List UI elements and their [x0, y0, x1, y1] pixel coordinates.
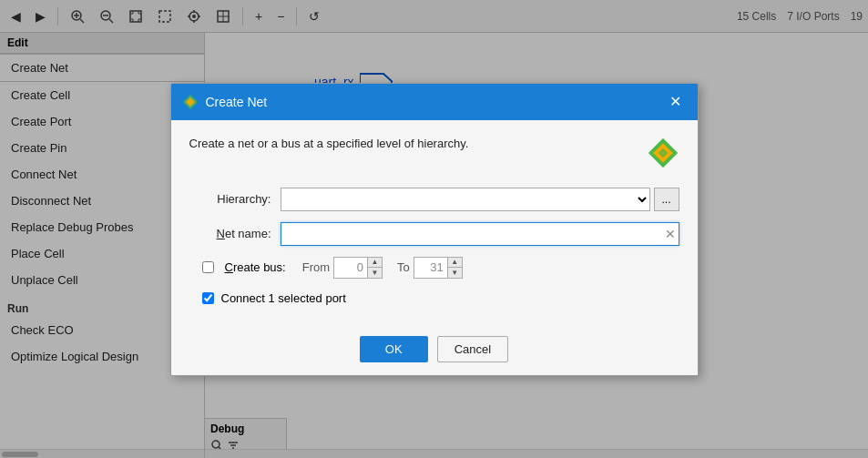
modal-logo-icon — [182, 94, 199, 110]
hierarchy-control-group: ... — [281, 188, 679, 211]
from-spinbox[interactable]: 0 ▲ ▼ — [333, 257, 383, 279]
create-bus-row: Create bus: From 0 ▲ ▼ To 31 — [189, 257, 679, 279]
from-spin-up[interactable]: ▲ — [368, 258, 382, 269]
connect-port-checkbox[interactable] — [202, 292, 214, 304]
from-label: From — [302, 260, 330, 274]
from-spin-down[interactable]: ▼ — [368, 268, 382, 278]
modal-overlay: Create Net ✕ Create a net or a bus at a … — [0, 0, 868, 458]
hierarchy-row: Hierarchy: ... — [189, 188, 679, 211]
ok-button[interactable]: OK — [360, 336, 428, 362]
cancel-button[interactable]: Cancel — [437, 336, 508, 362]
net-name-label: Net name: — [189, 227, 281, 240]
to-spinbox[interactable]: 31 ▲ ▼ — [414, 257, 463, 279]
create-bus-checkbox[interactable] — [202, 261, 214, 273]
modal-close-button[interactable]: ✕ — [665, 91, 687, 113]
modal-description-row: Create a net or a bus at a specified lev… — [189, 137, 679, 169]
bus-to-group: To 31 ▲ ▼ — [397, 257, 463, 279]
connect-port-row: Connect 1 selected port — [189, 291, 679, 305]
hierarchy-label: Hierarchy: — [189, 192, 281, 206]
vivado-logo-icon — [647, 137, 679, 169]
net-name-clear-button[interactable]: ✕ — [665, 228, 676, 240]
modal-header: Create Net ✕ — [171, 84, 698, 120]
connect-port-label[interactable]: Connect 1 selected port — [221, 291, 346, 305]
net-name-input-wrapper: ✕ — [281, 222, 679, 246]
from-spin-arrows: ▲ ▼ — [367, 258, 382, 278]
hierarchy-ellipsis-button[interactable]: ... — [654, 188, 679, 211]
modal-title: Create Net — [206, 95, 268, 109]
create-net-dialog: Create Net ✕ Create a net or a bus at a … — [170, 83, 699, 376]
bus-from-group: From 0 ▲ ▼ — [302, 257, 383, 279]
net-name-label-text: Net name: — [217, 227, 271, 240]
to-label: To — [397, 260, 410, 274]
to-spin-arrows: ▲ ▼ — [447, 258, 462, 278]
net-name-row: Net name: ✕ — [189, 222, 679, 246]
net-name-input[interactable] — [281, 222, 679, 246]
modal-footer: OK Cancel — [171, 327, 698, 375]
to-spin-down[interactable]: ▼ — [448, 268, 462, 278]
hierarchy-select[interactable] — [281, 188, 650, 211]
create-bus-label[interactable]: Create bus: — [225, 260, 286, 274]
to-spin-up[interactable]: ▲ — [448, 258, 462, 269]
net-name-control-group: ✕ — [281, 222, 679, 246]
modal-header-left: Create Net — [182, 94, 268, 110]
modal-body: Create a net or a bus at a specified lev… — [171, 120, 698, 327]
modal-description-text: Create a net or a bus at a specified lev… — [189, 137, 647, 150]
